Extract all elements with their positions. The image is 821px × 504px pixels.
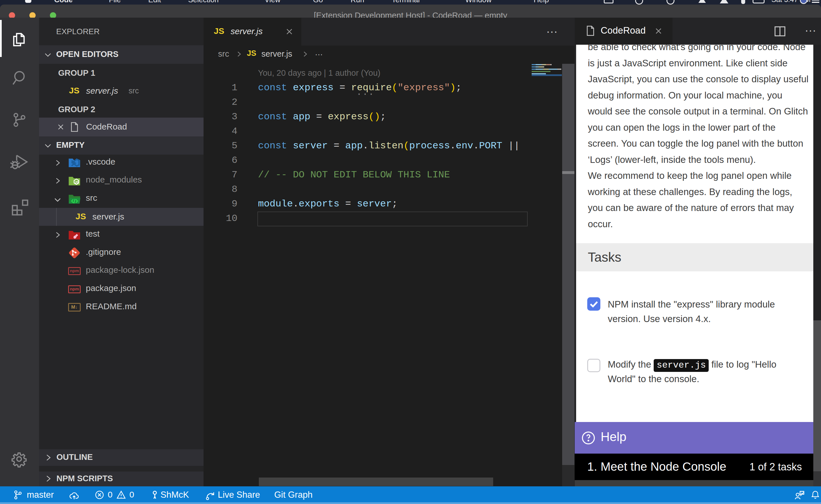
svg-text:JS: JS xyxy=(75,181,78,184)
